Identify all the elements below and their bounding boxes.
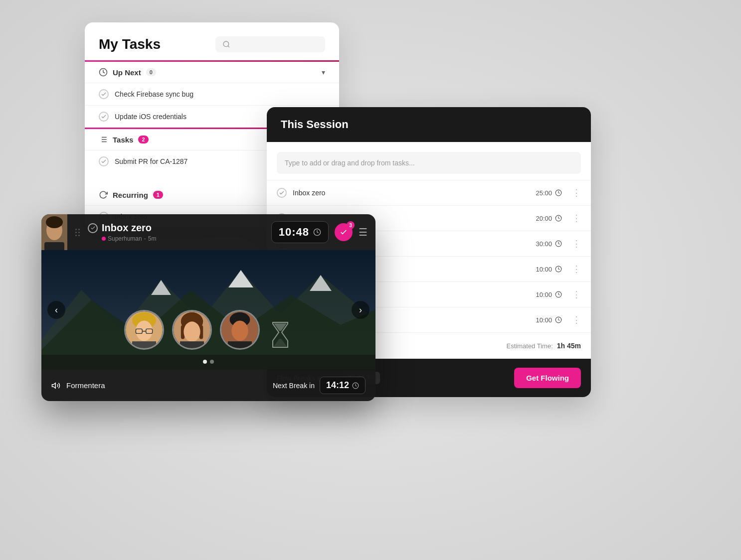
more-icon-3[interactable]: ⋮ (572, 238, 581, 249)
music-label: Formentera (66, 381, 105, 390)
svg-point-39 (184, 321, 200, 342)
more-icon-2[interactable]: ⋮ (572, 213, 581, 224)
svg-point-0 (223, 41, 229, 47)
get-flowing-button[interactable]: Get Flowing (514, 368, 581, 388)
task-item-firebase[interactable]: Check Firebase sync bug (85, 83, 339, 105)
list-icon (99, 135, 108, 144)
clock-icon (99, 68, 108, 77)
recurring-badge: 1 (153, 191, 163, 199)
my-tasks-title: My Tasks (99, 36, 161, 52)
up-next-label: Up Next (113, 68, 141, 77)
avatar-face-svg (41, 214, 67, 250)
session-task-time-4: 10:00 (536, 266, 562, 273)
timer-icon-6 (555, 316, 562, 323)
estimated-value: 1h 45m (557, 342, 581, 350)
session-task-time-6: 10:00 (536, 316, 562, 324)
svg-rect-34 (132, 341, 156, 350)
more-icon-5[interactable]: ⋮ (572, 289, 581, 300)
focus-task-sub: Superhuman - 5m (88, 235, 265, 242)
svg-marker-45 (52, 383, 56, 388)
focus-task-name: Inbox zero (102, 222, 152, 234)
refresh-icon (99, 190, 108, 199)
person-avatars (124, 310, 293, 350)
task-text-1: Check Firebase sync bug (115, 90, 193, 98)
avatar (41, 214, 67, 250)
focus-bottom-bar: Formentera Next Break in 14:12 (41, 370, 375, 401)
person-avatar-1 (124, 310, 164, 350)
notification-dot: 3 (347, 221, 355, 229)
session-check-1[interactable] (277, 188, 287, 198)
carousel-next-button[interactable]: › (352, 301, 370, 319)
session-title: This Session (281, 118, 349, 131)
svg-line-1 (228, 46, 229, 47)
session-task-1[interactable]: Inbox zero 25:00 ⋮ (267, 180, 591, 205)
search-input[interactable] (234, 40, 318, 48)
break-label: Next Break in (273, 382, 315, 390)
drag-handle[interactable] (73, 227, 82, 238)
search-bar[interactable] (215, 36, 325, 52)
svg-rect-40 (180, 341, 204, 350)
pagination-dots (203, 360, 214, 364)
up-next-badge: 0 (146, 68, 156, 76)
task-check-1[interactable] (99, 89, 109, 99)
up-next-chevron: ▾ (322, 68, 325, 76)
session-task-time-2: 20:00 (536, 215, 562, 222)
focus-image-area: ‹ › (41, 250, 375, 370)
session-input-area[interactable]: Type to add or drag and drop from tasks.… (277, 152, 581, 174)
focus-task-time: 5m (148, 235, 157, 242)
session-task-time-1: 25:00 (536, 189, 562, 197)
recurring-label: Recurring (113, 191, 148, 199)
task-text-2: Update iOS credentials (115, 113, 186, 121)
tasks-badge: 2 (138, 136, 148, 143)
task-check-2[interactable] (99, 112, 109, 122)
person-avatar-3 (220, 310, 260, 350)
svg-rect-19 (44, 242, 64, 250)
timer-icon-5 (555, 291, 562, 298)
hourglass-icon (268, 320, 293, 350)
person-avatar-2 (172, 310, 212, 350)
timer-icon-2 (555, 215, 562, 222)
focus-top-bar: Inbox zero Superhuman - 5m 10:48 3 ☰ (41, 214, 375, 250)
timer-icon-4 (555, 266, 562, 273)
my-tasks-header: My Tasks (85, 22, 339, 60)
search-icon (222, 40, 230, 48)
break-timer: 14:12 (320, 377, 366, 394)
svg-point-18 (46, 216, 63, 228)
session-task-text-1: Inbox zero (293, 189, 530, 197)
app-dot-icon (102, 237, 106, 241)
focus-task-app: Superhuman (108, 235, 142, 242)
timer-icon-1 (555, 189, 562, 196)
session-header: This Session (267, 107, 591, 142)
break-info: Next Break in 14:12 (273, 377, 366, 394)
break-digits: 14:12 (326, 380, 349, 391)
svg-point-43 (231, 321, 248, 341)
task-text-3: Submit PR for CA-1287 (115, 157, 187, 165)
focus-timer-digits: 10:48 (279, 226, 309, 239)
session-task-time-5: 10:00 (536, 291, 562, 298)
task-check-3[interactable] (99, 156, 109, 166)
estimated-label: Estimated Time: (507, 342, 553, 350)
hamburger-icon[interactable]: ☰ (359, 226, 368, 238)
focus-timer-icon (313, 228, 321, 236)
focus-widget: Inbox zero Superhuman - 5m 10:48 3 ☰ (41, 214, 375, 401)
more-icon-6[interactable]: ⋮ (572, 314, 581, 325)
pag-dot-2[interactable] (210, 360, 214, 364)
task-name-row: Inbox zero (88, 222, 265, 234)
volume-icon (51, 381, 60, 390)
carousel-prev-button[interactable]: ‹ (47, 301, 65, 319)
tasks-label: Tasks (113, 136, 133, 144)
break-clock-icon (352, 382, 359, 389)
focus-check-circle[interactable] (88, 223, 98, 233)
more-icon-4[interactable]: ⋮ (572, 264, 581, 275)
more-icon-1[interactable]: ⋮ (572, 187, 581, 198)
session-task-time-3: 30:00 (536, 240, 562, 248)
focus-timer-display: 10:48 (271, 221, 329, 243)
focus-task-info: Inbox zero Superhuman - 5m (88, 222, 265, 242)
up-next-section-header[interactable]: Up Next 0 ▾ (85, 62, 339, 83)
svg-rect-44 (228, 341, 252, 350)
timer-icon-3 (555, 240, 562, 247)
pag-dot-1[interactable] (203, 360, 207, 364)
complete-badge[interactable]: 3 (335, 223, 353, 241)
svg-point-30 (136, 321, 152, 341)
